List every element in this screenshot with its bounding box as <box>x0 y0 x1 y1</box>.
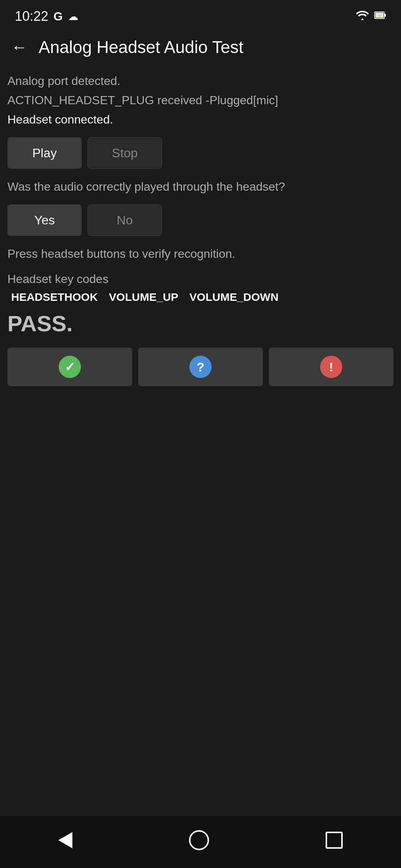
action-buttons: ✓ ? ! <box>7 348 394 386</box>
fail-action-button[interactable]: ! <box>269 348 394 386</box>
key-codes-row: HEADSETHOOK VOLUME_UP VOLUME_DOWN <box>11 291 394 303</box>
instruction-line-2: Headset key codes <box>7 270 394 288</box>
playback-controls: Play Stop <box>7 137 394 169</box>
no-button[interactable]: No <box>88 204 162 236</box>
status-line-2: ACTION_HEADSET_PLUG received -Plugged[mi… <box>7 91 394 109</box>
recents-square-icon <box>326 832 343 849</box>
pass-indicator: PASS. <box>7 311 394 336</box>
pass-action-button[interactable]: ✓ <box>7 348 132 386</box>
cloud-icon: ☁ <box>68 10 78 23</box>
status-bar-left: 10:22 G ☁ <box>15 9 78 24</box>
status-line-3: Headset connected. <box>7 111 394 128</box>
content-area: Analog port detected. ACTION_HEADSET_PLU… <box>0 65 401 868</box>
home-circle-icon <box>189 830 209 850</box>
key-code-headsethook: HEADSETHOOK <box>11 291 98 303</box>
top-bar: ← Analog Headset Audio Test <box>0 30 401 65</box>
back-button[interactable]: ← <box>11 39 27 55</box>
page-title: Analog Headset Audio Test <box>39 37 244 57</box>
battery-icon: ⚡ <box>374 10 386 23</box>
status-bar: 10:22 G ☁ ⚡ <box>0 0 401 30</box>
nav-back-button[interactable] <box>58 832 72 848</box>
wifi-icon <box>356 10 369 23</box>
key-code-volume-down: VOLUME_DOWN <box>189 291 278 303</box>
play-button[interactable]: Play <box>7 137 82 169</box>
svg-rect-1 <box>384 14 386 17</box>
key-code-volume-up: VOLUME_UP <box>109 291 178 303</box>
yes-no-controls: Yes No <box>7 204 394 236</box>
exclamation-icon: ! <box>320 356 342 378</box>
status-line-1: Analog port detected. <box>7 72 394 90</box>
nav-home-button[interactable] <box>189 830 209 850</box>
nav-recents-button[interactable] <box>326 832 343 849</box>
status-time: 10:22 <box>15 9 48 24</box>
instruction-line-1: Press headset buttons to verify recognit… <box>7 245 394 263</box>
stop-button[interactable]: Stop <box>88 137 162 169</box>
check-icon: ✓ <box>59 356 81 378</box>
question-icon: ? <box>189 356 212 378</box>
svg-text:⚡: ⚡ <box>377 13 382 18</box>
unknown-action-button[interactable]: ? <box>138 348 263 386</box>
navigation-bar <box>0 816 401 868</box>
audio-question: Was the audio correctly played through t… <box>7 178 394 195</box>
google-icon: G <box>53 10 63 23</box>
back-triangle-icon <box>58 832 72 848</box>
yes-button[interactable]: Yes <box>7 204 82 236</box>
status-bar-right: ⚡ <box>356 10 386 23</box>
